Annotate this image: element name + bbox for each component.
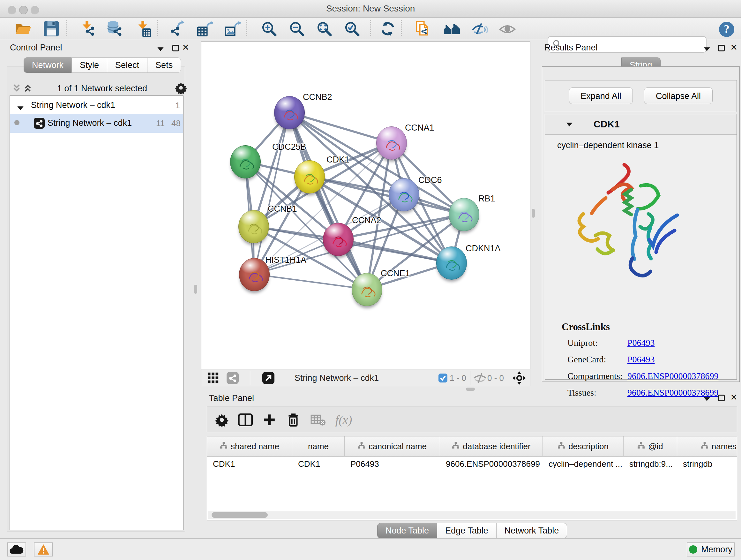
export-image-icon[interactable] — [223, 19, 242, 38]
help-button[interactable]: ? — [718, 20, 736, 39]
edge-HIST1H1A-CCNE1[interactable] — [254, 274, 367, 289]
delete-column-icon[interactable] — [284, 411, 302, 429]
tab-select[interactable]: Select — [107, 57, 147, 73]
show-columns-icon[interactable] — [237, 411, 254, 429]
horizontal-splitter-handle[interactable] — [466, 388, 475, 391]
cloud-status-button[interactable] — [7, 543, 26, 557]
network-node-CCNA1[interactable] — [376, 126, 407, 160]
control-panel-float-icon[interactable] — [157, 47, 164, 53]
control-panel-close-icon[interactable]: ✕ — [182, 44, 189, 51]
column-header-shared-name[interactable]: shared name — [207, 436, 292, 456]
network-node-CCNB2[interactable] — [274, 96, 305, 129]
add-column-icon[interactable] — [260, 411, 278, 429]
export-table-icon[interactable] — [195, 19, 214, 38]
crosslinks-title: CrossLinks — [562, 321, 610, 333]
network-node-CDC6[interactable] — [389, 178, 419, 211]
open-session-icon[interactable] — [14, 19, 32, 38]
zoom-selected-icon[interactable] — [343, 19, 361, 38]
memory-button[interactable]: Memory — [687, 543, 735, 557]
network-node-CCNA2[interactable] — [323, 223, 354, 256]
control-panel-maximize-icon[interactable] — [172, 45, 179, 51]
gene-card-header[interactable]: CDK1 — [545, 114, 737, 135]
protein-thumbnail-icon — [352, 273, 382, 306]
table-panel-maximize-icon[interactable] — [718, 395, 725, 401]
column-header-name[interactable]: name — [292, 436, 345, 456]
column-header-@id[interactable]: @id — [623, 436, 677, 456]
table-cell: 9606.ENSP00000378699 — [440, 456, 543, 471]
results-panel-float-icon[interactable] — [703, 47, 711, 53]
tab-edge-table[interactable]: Edge Table — [437, 523, 496, 538]
left-splitter-handle[interactable] — [194, 285, 197, 294]
clone-network-icon[interactable] — [414, 19, 432, 38]
table-panel-float-icon[interactable] — [703, 396, 711, 402]
window-title: Session: New Session — [0, 3, 741, 14]
table-row[interactable]: CDK1CDK1P064939606.ENSP00000378699cyclin… — [207, 456, 737, 471]
column-header-description[interactable]: description — [543, 436, 623, 456]
network-view-canvas[interactable]: CCNB2 CCNA1 CDC25B CDK1 CDC6 RB1 CCNB1 C… — [201, 42, 530, 369]
open-external-view-icon[interactable] — [262, 372, 275, 384]
import-network-from-database-icon[interactable] — [105, 19, 124, 38]
tab-node-table[interactable]: Node Table — [377, 523, 437, 538]
results-panel-maximize-icon[interactable] — [718, 45, 725, 51]
table-panel-close-icon[interactable]: ✕ — [730, 394, 738, 401]
expand-all-button[interactable]: Expand All — [569, 87, 633, 104]
birds-eye-grid-icon[interactable] — [207, 372, 219, 384]
crosslink-uniprot[interactable]: P06493 — [627, 338, 655, 348]
tab-style[interactable]: Style — [71, 57, 107, 73]
pan-crosshair-icon[interactable] — [513, 372, 526, 384]
table-toolbar: f(x) — [207, 406, 737, 432]
network-node-CCNE1[interactable] — [352, 273, 382, 306]
zoom-fit-icon[interactable] — [315, 19, 333, 38]
memory-status-icon — [689, 545, 697, 554]
toolbar-separator — [66, 20, 67, 36]
tab-sets[interactable]: Sets — [147, 57, 181, 73]
right-splitter-handle[interactable] — [532, 209, 535, 218]
tab-network-table[interactable]: Network Table — [496, 523, 567, 538]
column-header-database-identifier[interactable]: database identifier — [440, 436, 543, 456]
crosslink-compartments[interactable]: 9606.ENSP00000378699 — [627, 371, 718, 381]
save-session-icon[interactable] — [42, 19, 61, 38]
network-node-CDKN1A[interactable] — [436, 246, 467, 280]
refresh-layout-icon[interactable] — [379, 19, 397, 38]
first-neighbors-icon[interactable] — [442, 19, 461, 38]
zoom-in-icon[interactable] — [260, 19, 278, 38]
hidden-eye-slash-icon[interactable] — [473, 372, 487, 384]
import-table-from-file-icon[interactable] — [134, 19, 153, 38]
collapse-tree-icon[interactable] — [17, 103, 24, 113]
selected-checkbox-icon[interactable] — [438, 372, 448, 384]
gear-icon[interactable] — [175, 82, 187, 94]
protein-thumbnail-icon — [436, 247, 467, 279]
export-network-icon[interactable] — [168, 19, 186, 38]
zoom-out-icon[interactable] — [287, 19, 306, 38]
collapse-all-icon[interactable] — [12, 84, 21, 94]
network-row-selected[interactable]: String Network – cdk1 11 48 — [10, 114, 183, 133]
control-panel-tabs: NetworkStyleSelectSets — [23, 57, 181, 73]
crosslink-genecard[interactable]: P06493 — [627, 354, 655, 365]
warnings-button[interactable] — [34, 543, 53, 557]
tab-network[interactable]: Network — [23, 57, 72, 73]
scrollbar-thumb[interactable] — [212, 512, 268, 518]
network-row-label: String Network – cdk1 — [48, 118, 132, 128]
network-collection-row[interactable]: String Network – cdk1 1 — [10, 98, 183, 114]
collapse-all-button[interactable]: Collapse All — [644, 87, 713, 104]
column-header-canonical-name[interactable]: canonical name — [345, 436, 440, 456]
toolbar-separator — [246, 20, 247, 36]
results-panel-close-icon[interactable]: ✕ — [730, 44, 738, 51]
column-header-namespace[interactable]: namespace — [677, 436, 737, 456]
show-hide-eye-icon[interactable] — [498, 19, 517, 38]
expand-all-icon[interactable] — [23, 84, 32, 94]
network-node-RB1[interactable] — [449, 198, 479, 231]
protein-thumbnail-icon — [449, 198, 479, 231]
main-toolbar: ? — [0, 17, 741, 39]
graphics-details-icon[interactable] — [470, 19, 489, 38]
protein-thumbnail-icon — [239, 210, 269, 243]
network-node-CDC25B[interactable] — [230, 145, 261, 179]
collapse-gene-icon[interactable] — [566, 122, 573, 128]
network-node-CCNB1[interactable] — [239, 210, 269, 243]
table-settings-gear-icon[interactable] — [213, 411, 231, 429]
network-node-CDK1[interactable] — [294, 160, 325, 193]
table-horizontal-scrollbar[interactable] — [208, 511, 736, 519]
import-network-from-file-icon[interactable] — [78, 19, 97, 38]
network-share-icon[interactable] — [226, 372, 239, 384]
crosslink-label: Compartments: — [567, 371, 623, 381]
